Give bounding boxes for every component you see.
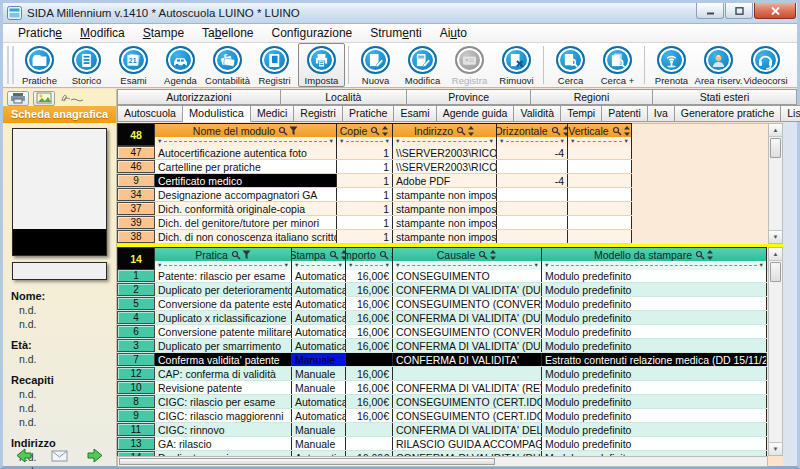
table-row[interactable]: 11CIGC: rinnovoManualeCONFERMA DI VALIDI… — [117, 423, 767, 437]
amount-cell[interactable]: 16,00€ — [346, 339, 393, 352]
row-number-cell[interactable]: 39 — [117, 216, 155, 229]
tab-validit-[interactable]: Validità — [514, 105, 561, 122]
horizontal-offset-cell[interactable]: -4 — [497, 146, 568, 159]
print-mode-cell[interactable]: Manuale — [292, 353, 346, 366]
row-number-cell[interactable]: 5 — [117, 297, 155, 310]
module-name-cell[interactable]: Designazione accompagnatori GA — [155, 188, 337, 201]
close-button[interactable] — [754, 3, 796, 19]
amount-cell[interactable]: 16,00€ — [346, 297, 393, 310]
toolbar-button-area-riserv-[interactable]: Area riserv. — [695, 43, 742, 87]
menu-item-pratiche[interactable]: Pratiche — [9, 25, 71, 41]
vertical-offset-cell[interactable] — [568, 146, 632, 159]
filter-row-cell[interactable]: ▼▼ — [155, 261, 292, 270]
pratica-cell[interactable]: Conversione patente militare — [155, 325, 292, 338]
table-row[interactable]: 8CIGC: rilascio per esameAutomatica16,00… — [117, 395, 767, 409]
menu-item-tabellone[interactable]: Tabellone — [193, 25, 262, 41]
sort-icon[interactable] — [370, 126, 389, 136]
photo-button[interactable] — [33, 91, 55, 106]
toolbar-button-cerca[interactable]: Cerca — [547, 43, 594, 87]
amount-cell[interactable] — [346, 423, 393, 436]
copies-cell[interactable]: 1 — [337, 146, 393, 159]
horizontal-offset-cell[interactable] — [497, 202, 568, 215]
module-name-cell[interactable]: Dich. del genitore/tutore per minori — [155, 216, 337, 229]
causale-cell[interactable]: CONFERMA DI VALIDITA' (DUPL... — [393, 283, 542, 296]
row-number-cell[interactable]: 1 — [117, 269, 155, 282]
tab-autorizzazioni[interactable]: Autorizzazioni — [117, 89, 281, 105]
causale-cell[interactable]: RILASCIO GUIDA ACCOMPAGNA... — [393, 437, 542, 450]
toolbar-button-registra[interactable]: Registra — [446, 43, 493, 87]
signature-box[interactable] — [12, 262, 107, 280]
row-number-cell[interactable]: 4 — [117, 311, 155, 324]
causale-cell[interactable]: CONSEGUIMENTO (CERT.IDON... — [393, 395, 542, 408]
amount-cell[interactable]: 16,00€ — [346, 269, 393, 282]
menu-item-configurazione[interactable]: Configurazione — [263, 25, 362, 41]
print-mode-cell[interactable]: Automatica — [292, 325, 346, 338]
tab-esami[interactable]: Esami — [394, 105, 436, 122]
tab-iva[interactable]: Iva — [648, 105, 675, 122]
modello-cell[interactable]: Modulo predefinito — [542, 381, 767, 394]
filter-row-cell[interactable]: ▼▼ — [542, 261, 767, 270]
module-name-cell[interactable]: Certificato medico — [155, 174, 337, 187]
pratica-cell[interactable]: CIGC: rinnovo — [155, 423, 292, 436]
vertical-offset-cell[interactable] — [568, 230, 632, 243]
row-number-cell[interactable]: 46 — [117, 160, 155, 173]
amount-cell[interactable]: 16,00€ — [346, 367, 393, 380]
modello-cell[interactable]: Modulo predefinito — [542, 423, 767, 436]
toolbar-button-agenda[interactable]: Agenda — [157, 43, 204, 87]
toolbar-button-rimuovi[interactable]: Rimuovi — [493, 43, 540, 87]
module-name-cell[interactable]: Dich. conformità originale-copia — [155, 202, 337, 215]
filter-row-cell[interactable]: ▼▼ — [568, 137, 632, 146]
modello-cell[interactable]: Modulo predefinito — [542, 395, 767, 408]
scroll-up-icon[interactable]: ▲ — [769, 248, 782, 261]
toolbar-button-imposta[interactable]: Imposta — [298, 43, 345, 87]
amount-cell[interactable]: 16,00€ — [346, 409, 393, 422]
table-row[interactable]: 7Conferma validita' patenteManualeCONFER… — [117, 353, 767, 367]
print-mode-cell[interactable]: Manuale — [292, 381, 346, 394]
menu-item-strumenti[interactable]: Strumenti — [361, 25, 430, 41]
toolbar-button-registri[interactable]: Registri — [251, 43, 298, 87]
column-header-verticale[interactable]: Verticale — [568, 123, 632, 137]
toolbar-button-esami[interactable]: 21Esami — [110, 43, 157, 87]
scroll-down-icon[interactable]: ▼ — [769, 230, 782, 243]
prev-record-button[interactable] — [15, 448, 32, 463]
pratica-cell[interactable]: CIGC: rilascio per esame — [155, 395, 292, 408]
row-number-cell[interactable]: 9 — [117, 409, 155, 422]
print-mode-cell[interactable]: Automatica — [292, 269, 346, 282]
modello-cell[interactable]: Modulo predefinito — [542, 283, 767, 296]
column-header-causale[interactable]: Causale — [393, 247, 542, 261]
row-number-cell[interactable]: 2 — [117, 283, 155, 296]
printer-address-cell[interactable]: Adobe PDF — [393, 174, 497, 187]
modello-cell[interactable]: Modulo predefinito — [542, 311, 767, 324]
horizontal-offset-cell[interactable] — [497, 230, 568, 243]
row-number-cell[interactable]: 11 — [117, 423, 155, 436]
table-row[interactable]: 38Dich. di non conoscenza italiano scrit… — [117, 230, 632, 244]
toolbar-button-contabilit-[interactable]: €Contabilità — [204, 43, 251, 87]
copies-cell[interactable]: 1 — [337, 160, 393, 173]
causale-cell[interactable]: CONFERMA DI VALIDITA' DEL C... — [393, 423, 542, 436]
sort-icon[interactable] — [612, 126, 631, 136]
tab-agende-guida[interactable]: Agende guida — [437, 105, 515, 122]
table-row[interactable]: 4Duplicato x riclassificazioneAutomatica… — [117, 311, 767, 325]
printer-address-cell[interactable]: stampante non impostata — [393, 188, 497, 201]
table-row[interactable]: 1Patente: rilascio per esameAutomatica16… — [117, 269, 767, 283]
causale-cell[interactable]: CONSEGUIMENTO (CONVERSI... — [393, 297, 542, 310]
pratica-cell[interactable]: Duplicato x riclassificazione — [155, 311, 292, 324]
modello-cell[interactable]: Modulo predefinito — [542, 339, 767, 352]
row-number-cell[interactable]: 13 — [117, 437, 155, 450]
print-mode-cell[interactable]: Automatica — [292, 297, 346, 310]
printer-address-cell[interactable]: stampante non impostata — [393, 202, 497, 215]
causale-cell[interactable]: CONFERMA DI VALIDITA' — [393, 353, 542, 366]
menu-item-aiuto[interactable]: Aiuto — [431, 25, 476, 41]
toolbar-button-cerca-[interactable]: Cerca + — [594, 43, 641, 87]
tab-medici[interactable]: Medici — [251, 105, 294, 122]
toolbar-button-modifica[interactable]: Modifica — [399, 43, 446, 87]
amount-cell[interactable]: 16,00€ — [346, 311, 393, 324]
print-mode-cell[interactable]: Manuale — [292, 423, 346, 436]
print-mode-cell[interactable]: Manuale — [292, 437, 346, 450]
print-mode-cell[interactable]: Automatica — [292, 311, 346, 324]
table-row[interactable]: 3Duplicato per smarrimentoAutomatica16,0… — [117, 339, 767, 353]
row-number-cell[interactable]: 12 — [117, 367, 155, 380]
modello-cell[interactable]: Modulo predefinito — [542, 269, 767, 282]
copies-cell[interactable]: 1 — [337, 216, 393, 229]
menu-item-modifica[interactable]: Modifica — [71, 25, 134, 41]
